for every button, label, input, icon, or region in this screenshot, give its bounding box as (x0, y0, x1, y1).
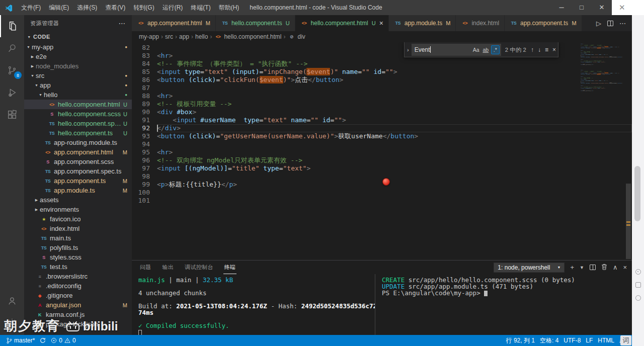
breadcrumb-item-hello[interactable]: hello (195, 33, 208, 40)
menu-item-7[interactable]: 帮助(H) (215, 0, 244, 15)
breadcrumb-item-app[interactable]: app (179, 33, 189, 40)
workspace-section-header[interactable]: ▼ CODE (24, 31, 132, 42)
find-in-selection-icon[interactable]: ≡ (545, 46, 548, 54)
new-terminal-icon[interactable]: + (570, 264, 574, 271)
code-line[interactable]: <!-- 事件绑定 （事件类型） = "执行函数" --> (157, 60, 632, 68)
minimize-button[interactable]: ─ (551, 0, 572, 15)
menu-item-5[interactable]: 运行(R) (158, 0, 187, 15)
encoding[interactable]: UTF-8 (561, 335, 583, 346)
tree-item-hello.component.ts[interactable]: TShello.component.tsU (24, 128, 132, 138)
breadcrumb-item-div[interactable]: ⊘div (287, 33, 305, 40)
find-input[interactable]: Event Aaab.* (412, 44, 501, 56)
whole-word-toggle[interactable]: ab (481, 45, 490, 54)
tree-item-hello.component.spec.ts[interactable]: TShello.component.spec.tsU (24, 119, 132, 128)
find-previous-icon[interactable]: ↑ (531, 46, 534, 54)
code-content[interactable]: <hr><!-- 事件绑定 （事件类型） = "执行函数" --><input … (157, 42, 632, 260)
code-line[interactable] (157, 197, 632, 205)
cursor-position[interactable]: 行 92, 列 1 (504, 335, 537, 346)
widget-square-icon[interactable] (635, 282, 641, 288)
indentation[interactable]: 空格: 4 (537, 335, 561, 346)
close-panel-icon[interactable]: × (623, 264, 627, 271)
code-line[interactable]: <button (click)="getUserName(userName.va… (157, 132, 632, 140)
more-actions-icon[interactable]: ⋯ (119, 19, 126, 27)
scrollbar-thumb[interactable] (626, 184, 631, 259)
eol-sequence[interactable]: LF (583, 335, 595, 346)
code-line[interactable]: <!-- 模板引用变量 --> (157, 100, 632, 108)
tab-app.component.ts[interactable]: TSapp.component.tsM (505, 15, 582, 31)
menu-item-0[interactable]: 文件(F) (17, 0, 45, 15)
tab-hello.component.ts[interactable]: TShello.component.tsU (216, 15, 295, 31)
tab-app.module.ts[interactable]: TSapp.module.tsM (389, 15, 456, 31)
editor-scrollbar[interactable] (625, 42, 632, 260)
panel-tab-terminal[interactable]: 终端 (223, 261, 237, 274)
extensions-icon[interactable] (0, 104, 24, 126)
widget-gear-icon[interactable] (635, 269, 641, 275)
maximize-panel-icon[interactable]: ∧ (613, 264, 618, 271)
panel-tab-debug-console[interactable]: 调试控制台 (184, 261, 214, 274)
tree-item-node_modules[interactable]: ▶node_modules (24, 61, 132, 71)
tree-item-test.ts[interactable]: TStest.ts (24, 262, 132, 272)
page-scrollbar-thumb[interactable] (634, 166, 640, 221)
widget-circle-icon[interactable] (635, 295, 641, 301)
menu-item-2[interactable]: 选择(S) (73, 0, 101, 15)
run-button-icon[interactable]: ▷ (596, 20, 601, 27)
split-editor-icon[interactable] (607, 21, 613, 26)
menu-item-4[interactable]: 转到(G) (129, 0, 158, 15)
tree-item-src[interactable]: ▼src● (24, 71, 132, 80)
code-line[interactable]: <hr> (157, 92, 632, 100)
tree-item-main.ts[interactable]: TSmain.ts (24, 233, 132, 243)
breadcrumb-item-my-app[interactable]: my-app (139, 33, 159, 40)
tree-item-karma.conf.js[interactable]: Kkarma.conf.js (24, 310, 132, 319)
tree-item-app-routing.module.ts[interactable]: TSapp-routing.module.ts (24, 138, 132, 147)
tree-item-app.component.html[interactable]: <>app.component.htmlM (24, 147, 132, 157)
find-close-icon[interactable]: × (552, 46, 556, 54)
match-case-toggle[interactable]: Aa (472, 45, 480, 54)
sync-icon[interactable] (37, 335, 48, 346)
tree-item-styles.scss[interactable]: Sstyles.scss (24, 252, 132, 262)
tree-item-.editorconfig[interactable]: ≡.editorconfig (24, 281, 132, 291)
breadcrumb-item-hello.component.html[interactable]: <>hello.component.html (214, 33, 281, 40)
source-control-icon[interactable]: 8 (0, 59, 24, 81)
close-icon[interactable]: ✕ (619, 3, 625, 12)
tab-index.html[interactable]: <>index.html (456, 15, 505, 31)
code-line[interactable]: <div #box> (157, 108, 632, 116)
tree-item-assets[interactable]: ▶assets (24, 195, 132, 205)
explorer-icon[interactable] (0, 15, 24, 37)
code-line[interactable]: <p>标题:{{title}}</p> (157, 181, 632, 189)
tree-item-.browserslistrc[interactable]: ≡.browserslistrc (24, 272, 132, 281)
tree-item-app.component.ts[interactable]: TSapp.component.tsM (24, 176, 132, 186)
tree-item-package-lock.json[interactable]: {}package-lock.json (24, 319, 132, 329)
code-line[interactable]: <button (click)="clickFun($event)">点击</b… (157, 76, 632, 84)
code-line[interactable] (157, 172, 632, 181)
tree-item-favicon.ico[interactable]: ★favicon.ico (24, 214, 132, 224)
code-line[interactable] (157, 44, 632, 52)
close-icon[interactable]: × (379, 20, 383, 27)
menu-item-1[interactable]: 编辑(E) (45, 0, 73, 15)
tree-item-.gitignore[interactable]: ◆.gitignore (24, 291, 132, 300)
problems-item[interactable]: 0 0 (48, 335, 78, 346)
code-line[interactable] (157, 189, 632, 197)
breadcrumb-item-src[interactable]: src (165, 33, 173, 40)
terminal-area[interactable]: main.js | main | 32.35 kB 4 unchanged ch… (132, 274, 632, 335)
tree-item-hello.component.scss[interactable]: Shello.component.scssU (24, 109, 132, 119)
tab-hello.component.html[interactable]: <>hello.component.htmlU× (295, 15, 389, 31)
split-terminal-icon[interactable] (590, 265, 596, 270)
account-icon[interactable] (0, 290, 24, 312)
code-line[interactable] (157, 140, 632, 148)
tree-item-index.html[interactable]: <>index.html (24, 224, 132, 233)
search-icon[interactable] (0, 37, 24, 59)
run-debug-icon[interactable] (0, 81, 24, 104)
more-editor-actions-icon[interactable]: ⋯ (619, 20, 626, 27)
code-line[interactable] (157, 84, 632, 92)
kill-terminal-icon[interactable] (601, 264, 607, 272)
git-branch-item[interactable]: master* (4, 335, 37, 346)
terminal-profile-chevron-icon[interactable]: ▼ (580, 265, 584, 270)
toggle-replace-chevron-icon[interactable]: › (405, 42, 412, 57)
tree-item-app[interactable]: ▼app● (24, 80, 132, 90)
tree-item-e2e[interactable]: ▶e2e (24, 52, 132, 61)
tree-item-environments[interactable]: ▶environments (24, 205, 132, 214)
code-line[interactable]: </div> (157, 124, 632, 132)
menu-item-3[interactable]: 查看(V) (101, 0, 129, 15)
code-line[interactable]: <!-- 双向绑定 ngModel只对表单元素有效 --> (157, 156, 632, 164)
tree-item-app.component.scss[interactable]: Sapp.component.scss (24, 157, 132, 166)
